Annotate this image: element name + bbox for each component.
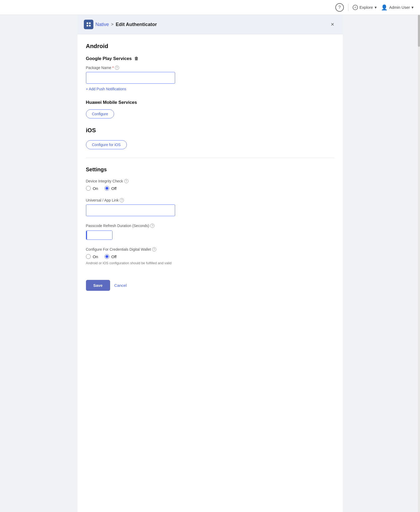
android-section: Android Google Play Services 🗑 Package N… (86, 43, 334, 118)
passcode-duration-label: Passcode Refresh Duration (Seconds) ? (86, 224, 334, 228)
ios-title: iOS (86, 127, 334, 134)
device-integrity-off-radio[interactable] (105, 186, 109, 191)
explore-label: Explore (360, 5, 373, 10)
scrollbar-thumb[interactable] (418, 15, 420, 47)
user-icon: 👤 (381, 4, 388, 11)
huawei-configure-button[interactable]: Configure (86, 109, 114, 118)
save-button[interactable]: Save (86, 280, 110, 291)
credentials-off-option[interactable]: Off (105, 254, 117, 259)
svg-rect-0 (86, 23, 88, 24)
explore-icon: ⊘ (353, 5, 358, 10)
credentials-wallet-label: Configure For Credentials Digital Wallet… (86, 247, 334, 251)
device-integrity-radio-group: On Off (86, 186, 334, 191)
nav-divider (348, 4, 348, 11)
universal-link-input[interactable] (86, 204, 175, 216)
credentials-help-icon[interactable]: ? (152, 247, 156, 251)
admin-label: Admin User (389, 5, 410, 10)
google-play-label: Google Play Services (86, 56, 132, 61)
svg-rect-1 (89, 23, 90, 24)
panel-content: Android Google Play Services 🗑 Package N… (77, 34, 343, 299)
main-panel: Native > Edit Authenticator × Android Go… (77, 15, 343, 512)
credentials-off-radio[interactable] (105, 254, 109, 259)
settings-title: Settings (86, 167, 334, 173)
device-integrity-off-label: Off (111, 186, 117, 191)
settings-section: Settings Device Integrity Check ? On Off (86, 167, 334, 265)
credentials-on-label: On (93, 254, 98, 259)
add-push-notifications-link[interactable]: + Add Push Notifications (86, 87, 126, 91)
device-integrity-on-radio[interactable] (86, 186, 91, 191)
huawei-section: Huawei Mobile Services Configure (86, 100, 334, 118)
ios-section: iOS Configure for iOS (86, 127, 334, 149)
device-integrity-on-option[interactable]: On (86, 186, 98, 191)
breadcrumb-native[interactable]: Native (96, 22, 109, 27)
explore-chevron-icon: ▾ (375, 5, 377, 10)
passcode-value-input[interactable]: 30 (86, 231, 112, 240)
passcode-help-icon[interactable]: ? (150, 224, 154, 228)
scrollbar-track[interactable] (418, 15, 420, 512)
google-play-title: Google Play Services 🗑 (86, 56, 334, 61)
credentials-off-label: Off (111, 254, 117, 259)
credentials-on-radio[interactable] (86, 254, 91, 259)
top-navigation: ? ⊘ Explore ▾ 👤 Admin User ▾ (0, 0, 420, 15)
credentials-radio-group: On Off (86, 254, 334, 259)
help-button[interactable]: ? (335, 3, 344, 12)
explore-menu[interactable]: ⊘ Explore ▾ (353, 5, 377, 10)
help-icon: ? (338, 5, 341, 10)
breadcrumb-current: Edit Authenticator (116, 22, 157, 27)
google-play-section: Google Play Services 🗑 Package Name * ? … (86, 56, 334, 91)
passcode-duration-group: Passcode Refresh Duration (Seconds) ? 30… (86, 224, 334, 240)
svg-rect-2 (86, 25, 88, 27)
close-button[interactable]: × (329, 20, 336, 29)
credentials-wallet-group: Configure For Credentials Digital Wallet… (86, 247, 334, 265)
ios-configure-button[interactable]: Configure for iOS (86, 140, 127, 149)
breadcrumb: Native > Edit Authenticator (84, 20, 157, 29)
huawei-title: Huawei Mobile Services (86, 100, 334, 105)
device-integrity-off-option[interactable]: Off (105, 186, 117, 191)
universal-link-label: Universal / App Link ? (86, 198, 334, 202)
passcode-spinner: 30 ▲ ▼ (86, 231, 112, 240)
credentials-on-option[interactable]: On (86, 254, 98, 259)
package-name-input[interactable] (86, 72, 175, 84)
breadcrumb-chevron-icon: > (111, 22, 114, 27)
universal-link-group: Universal / App Link ? (86, 198, 334, 216)
panel-header: Native > Edit Authenticator × (77, 15, 343, 34)
svg-rect-3 (89, 25, 90, 27)
device-integrity-label: Device Integrity Check ? (86, 179, 334, 183)
universal-link-help-icon[interactable]: ? (120, 198, 124, 202)
android-title: Android (86, 43, 334, 50)
credentials-hint: Android or iOS configuration should be f… (86, 261, 334, 265)
device-integrity-help-icon[interactable]: ? (124, 179, 128, 183)
device-integrity-on-label: On (93, 186, 98, 191)
native-app-icon (84, 20, 93, 29)
admin-chevron-icon: ▾ (412, 5, 414, 10)
package-name-help-icon[interactable]: ? (115, 66, 119, 70)
package-name-label: Package Name * ? (86, 66, 334, 70)
action-bar: Save Cancel (86, 274, 334, 291)
section-divider (86, 158, 334, 158)
admin-menu[interactable]: 👤 Admin User ▾ (381, 4, 414, 11)
delete-google-play-icon[interactable]: 🗑 (134, 56, 138, 61)
required-indicator: * (112, 66, 114, 70)
device-integrity-group: Device Integrity Check ? On Off (86, 179, 334, 191)
cancel-button[interactable]: Cancel (114, 283, 127, 288)
